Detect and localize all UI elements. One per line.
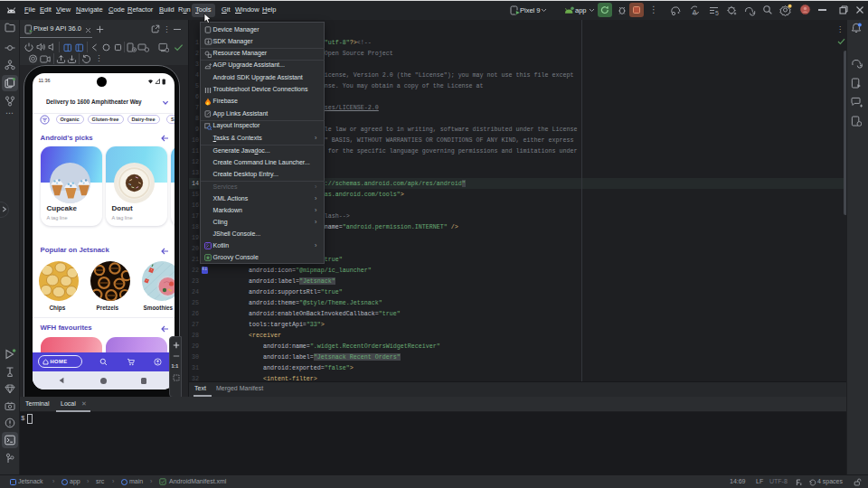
svg-text:A: A [693, 8, 698, 16]
svg-text:5: 5 [715, 10, 719, 16]
